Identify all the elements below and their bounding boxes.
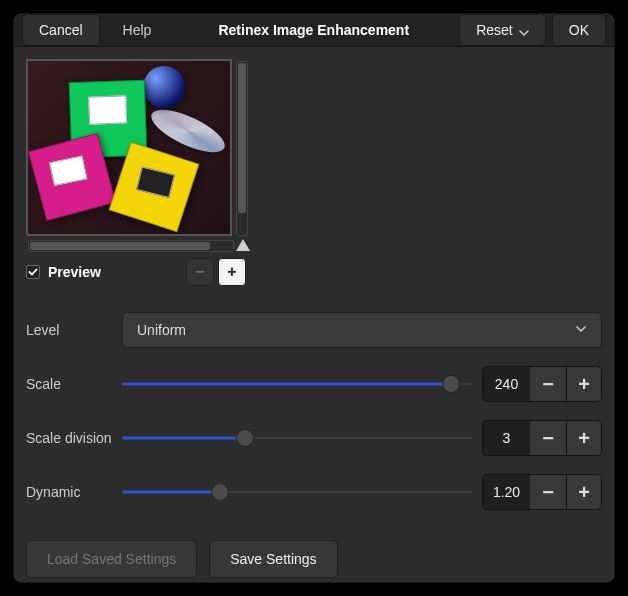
scale-division-slider[interactable]: [122, 428, 472, 448]
scale-row: − +: [122, 366, 602, 402]
minus-icon: −: [195, 263, 204, 281]
plus-icon: +: [578, 373, 590, 396]
chevron-down-icon: [519, 25, 529, 35]
level-label: Level: [26, 322, 122, 338]
load-settings-button[interactable]: Load Saved Settings: [26, 540, 197, 578]
dialog-content: Preview − + Level Uniform Scale: [14, 47, 614, 590]
preview-image[interactable]: [26, 59, 232, 236]
save-settings-button[interactable]: Save Settings: [209, 540, 337, 578]
minus-icon: −: [542, 373, 554, 396]
cancel-button[interactable]: Cancel: [22, 14, 100, 46]
dialog-title: Retinex Image Enhancement: [174, 22, 453, 38]
scale-spin: − +: [482, 366, 602, 402]
preview-controls: Preview − +: [26, 258, 246, 286]
chevron-down-icon: [575, 322, 587, 338]
dynamic-row: − +: [122, 474, 602, 510]
reset-label: Reset: [476, 22, 513, 38]
dialog-window: Cancel Help Retinex Image Enhancement Re…: [13, 13, 615, 583]
scale-division-row: − +: [122, 420, 602, 456]
scale-input[interactable]: [482, 366, 530, 402]
scale-label: Scale: [26, 376, 122, 392]
scale-division-input[interactable]: [482, 420, 530, 456]
preview-checkbox[interactable]: [26, 265, 40, 279]
ok-button[interactable]: OK: [552, 14, 606, 46]
scale-division-spin: − +: [482, 420, 602, 456]
dynamic-spin: − +: [482, 474, 602, 510]
scale-division-increment[interactable]: +: [566, 420, 602, 456]
reset-button[interactable]: Reset: [459, 14, 546, 46]
help-button[interactable]: Help: [106, 14, 169, 46]
form: Level Uniform Scale − +: [26, 312, 602, 510]
dynamic-decrement[interactable]: −: [530, 474, 566, 510]
dynamic-input[interactable]: [482, 474, 530, 510]
zoom-out-button[interactable]: −: [186, 258, 214, 286]
dynamic-label: Dynamic: [26, 484, 122, 500]
scale-slider[interactable]: [122, 374, 472, 394]
preview-area: Preview − +: [26, 59, 602, 286]
level-select[interactable]: Uniform: [122, 312, 602, 348]
vertical-scrollbar[interactable]: [236, 61, 248, 236]
plus-icon: +: [578, 481, 590, 504]
scale-increment[interactable]: +: [566, 366, 602, 402]
footer: Load Saved Settings Save Settings: [26, 540, 602, 578]
scale-decrement[interactable]: −: [530, 366, 566, 402]
dynamic-slider[interactable]: [122, 482, 472, 502]
preview-label: Preview: [48, 264, 182, 280]
nav-arrow-icon[interactable]: [236, 239, 250, 251]
zoom-in-button[interactable]: +: [218, 258, 246, 286]
minus-icon: −: [542, 427, 554, 450]
level-value: Uniform: [137, 322, 186, 338]
scale-division-label: Scale division: [26, 430, 122, 446]
plus-icon: +: [227, 263, 236, 281]
scale-division-decrement[interactable]: −: [530, 420, 566, 456]
header-bar: Cancel Help Retinex Image Enhancement Re…: [14, 14, 614, 47]
dynamic-increment[interactable]: +: [566, 474, 602, 510]
plus-icon: +: [578, 427, 590, 450]
horizontal-scrollbar[interactable]: [28, 240, 234, 252]
minus-icon: −: [542, 481, 554, 504]
